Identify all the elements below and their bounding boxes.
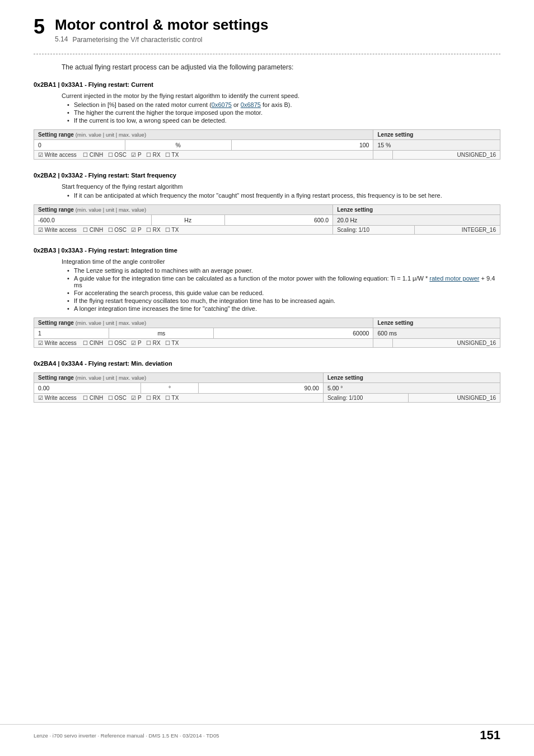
osc-icon-2ba4 xyxy=(108,395,113,401)
chapter-title: Motor control & motor settings xyxy=(55,17,268,33)
scaling-2ba2: Scaling: 1/10 xyxy=(333,225,415,234)
bullet-2ba2-1: If it can be anticipated at which freque… xyxy=(67,192,500,199)
chapter-title-block: Motor control & motor settings 5.14 Para… xyxy=(55,17,268,44)
lenze-header-2ba1: Lenze setting xyxy=(373,129,500,139)
bullet-list-2ba2: If it can be anticipated at which freque… xyxy=(67,192,500,199)
cinh-icon-2ba4 xyxy=(83,395,88,401)
tx-icon-2ba4 xyxy=(165,395,170,401)
setting-table-2ba1: Setting range (min. value | unit | max. … xyxy=(34,129,500,160)
section-body-text-2ba2: Start frequency of the flying restart al… xyxy=(62,183,500,190)
footer-flags-2ba2: Write access CINH OSC P RX TX xyxy=(34,225,333,234)
section-body-2ba1: Current injected in the motor by the fly… xyxy=(62,92,500,124)
lenze-val-2ba1: 15 % xyxy=(373,139,500,150)
range-header-2ba3: Setting range (min. value | unit | max. … xyxy=(34,318,373,328)
p-icon-2ba1 xyxy=(131,152,136,158)
setting-table-2ba3: Setting range (min. value | unit | max. … xyxy=(34,318,500,348)
page-footer: Lenze · i700 servo inverter · Reference … xyxy=(0,724,534,743)
lenze-header-2ba3: Lenze setting xyxy=(373,318,500,328)
write-access-icon-2ba1 xyxy=(38,152,43,158)
section-title: Parameterising the V/f characteristic co… xyxy=(72,36,202,44)
max-val-2ba3: 60000 xyxy=(214,328,373,338)
footer-flags-2ba1: Write access CINH OSC P RX TX xyxy=(34,150,373,159)
tx-icon-2ba2 xyxy=(165,227,170,233)
scaling-2ba4: Scaling: 1/100 xyxy=(323,393,408,402)
bullet-2ba3-3: For accelerating the search process, thi… xyxy=(67,290,500,296)
lenze-val-2ba3: 600 ms xyxy=(373,328,500,338)
section-body-2ba2: Start frequency of the flying restart al… xyxy=(62,183,500,199)
tx-icon-2ba3 xyxy=(165,340,170,346)
lenze-header-2ba2: Lenze setting xyxy=(333,204,500,214)
footer-left: Lenze · i700 servo inverter · Reference … xyxy=(34,732,219,739)
lenze-val-2ba2: 20.0 Hz xyxy=(333,214,500,225)
range-header-2ba2: Setting range (min. value | unit | max. … xyxy=(34,204,333,214)
osc-icon-2ba3 xyxy=(108,340,113,346)
type-2ba4: UNSIGNED_16 xyxy=(409,393,500,402)
scaling-2ba1 xyxy=(373,150,392,159)
cinh-icon-2ba1 xyxy=(83,152,88,158)
link-rated-motor-power[interactable]: rated motor power xyxy=(429,275,479,282)
min-val-2ba2: -600.0 xyxy=(34,214,152,225)
lenze-header-2ba4: Lenze setting xyxy=(323,372,500,382)
bullet-2ba3-4: If the flying restart frequency oscillat… xyxy=(67,297,500,304)
bullet-2ba1-2: The higher the current the higher the to… xyxy=(67,109,500,116)
p-icon-2ba4 xyxy=(131,395,136,401)
section-number: 5.14 xyxy=(55,35,68,43)
footer-flags-2ba3: Write access CINH OSC P RX TX xyxy=(34,338,373,347)
lenze-val-2ba4: 5.00 ° xyxy=(323,382,500,393)
section-2ba4: 0x2BA4 | 0x33A4 - Flying restart: Min. d… xyxy=(34,360,500,403)
tx-icon-2ba1 xyxy=(165,152,170,158)
divider xyxy=(34,54,500,54)
section-2ba1: 0x2BA1 | 0x33A1 - Flying restart: Curren… xyxy=(34,81,500,160)
section-body-text-2ba1: Current injected in the motor by the fly… xyxy=(62,92,500,99)
unit-2ba3: ms xyxy=(109,328,214,338)
section-heading-2ba4: 0x2BA4 | 0x33A4 - Flying restart: Min. d… xyxy=(34,360,500,367)
header: 5 Motor control & motor settings 5.14 Pa… xyxy=(34,17,500,44)
rx-icon-2ba1 xyxy=(146,152,151,158)
chapter-number: 5 xyxy=(34,17,45,37)
section-body-text-2ba3: Integration time of the angle controller xyxy=(62,258,500,265)
bullet-2ba3-2: A guide value for the integration time c… xyxy=(67,275,500,288)
section-heading-2ba1: 0x2BA1 | 0x33A1 - Flying restart: Curren… xyxy=(34,81,500,88)
section-heading-2ba3: 0x2BA3 | 0x33A3 - Flying restart: Integr… xyxy=(34,247,500,254)
bullet-2ba3-1: The Lenze setting is adapted to machines… xyxy=(67,267,500,274)
page: 5 Motor control & motor settings 5.14 Pa… xyxy=(0,0,534,756)
setting-table-2ba4: Setting range (min. value | unit | max. … xyxy=(34,372,500,403)
rx-icon-2ba3 xyxy=(146,340,151,346)
section-2ba2: 0x2BA2 | 0x33A2 - Flying restart: Start … xyxy=(34,172,500,235)
cinh-icon-2ba3 xyxy=(83,340,88,346)
osc-icon-2ba1 xyxy=(108,152,113,158)
unit-2ba1: % xyxy=(125,139,231,150)
footer-flags-2ba4: Write access CINH OSC P RX TX xyxy=(34,393,324,402)
unit-2ba2: Hz xyxy=(152,214,225,225)
intro-text: The actual flying restart process can be… xyxy=(62,63,500,71)
bullet-2ba3-5: A longer integration time increases the … xyxy=(67,305,500,312)
max-val-2ba2: 600.0 xyxy=(224,214,333,225)
range-header-2ba4: Setting range (min. value | unit | max. … xyxy=(34,372,324,382)
rx-icon-2ba4 xyxy=(146,395,151,401)
max-val-2ba4: 90.00 xyxy=(199,382,324,393)
write-access-icon-2ba2 xyxy=(38,227,43,233)
type-2ba1: UNSIGNED_16 xyxy=(392,150,500,159)
write-access-icon-2ba3 xyxy=(38,340,43,346)
bullet-list-2ba1: Selection in [%] based on the rated moto… xyxy=(67,101,500,124)
link-0x6075[interactable]: 0x6075 xyxy=(212,101,232,108)
section-heading-2ba2: 0x2BA2 | 0x33A2 - Flying restart: Start … xyxy=(34,172,500,179)
write-access-icon-2ba4 xyxy=(38,395,43,401)
bullet-2ba1-3: If the current is too low, a wrong speed… xyxy=(67,117,500,124)
type-2ba3: UNSIGNED_16 xyxy=(392,338,500,347)
section-2ba3: 0x2BA3 | 0x33A3 - Flying restart: Integr… xyxy=(34,247,500,348)
range-header-2ba1: Setting range (min. value | unit | max. … xyxy=(34,129,373,139)
scaling-2ba3 xyxy=(373,338,392,347)
p-icon-2ba2 xyxy=(131,227,136,233)
cinh-icon-2ba2 xyxy=(83,227,88,233)
bullet-list-2ba3: The Lenze setting is adapted to machines… xyxy=(67,267,500,312)
min-val-2ba3: 1 xyxy=(34,328,109,338)
osc-icon-2ba2 xyxy=(108,227,113,233)
min-val-2ba4: 0.00 xyxy=(34,382,141,393)
max-val-2ba1: 100 xyxy=(231,139,373,150)
link-0x6875[interactable]: 0x6875 xyxy=(241,101,261,108)
rx-icon-2ba2 xyxy=(146,227,151,233)
section-body-2ba3: Integration time of the angle controller… xyxy=(62,258,500,312)
p-icon-2ba3 xyxy=(131,340,136,346)
bullet-2ba1-1: Selection in [%] based on the rated moto… xyxy=(67,101,500,108)
